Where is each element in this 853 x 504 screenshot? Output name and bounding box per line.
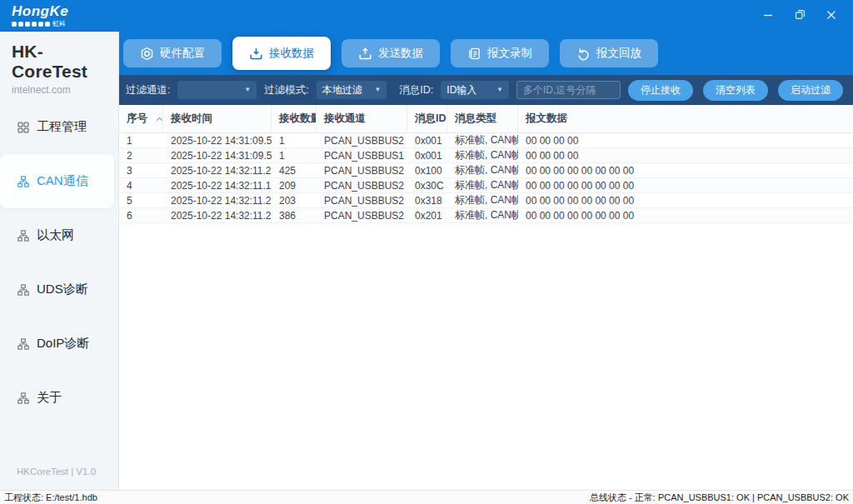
sidebar-item-about[interactable]: 关于 bbox=[0, 371, 118, 425]
bus-status-text: 总线状态 - 正常: PCAN_USBBUS1: OK | PCAN_USBBU… bbox=[590, 492, 849, 504]
cell-msg-type: 标准帧, CAN帧 bbox=[447, 193, 518, 207]
cell-msg-id: 0x318 bbox=[407, 195, 447, 207]
sidebar-item-label: CAN通信 bbox=[37, 173, 88, 189]
app-window: HongKe 虹科 HK-CoreTest intelnect.com bbox=[0, 0, 853, 504]
sidebar-item-uds-diagnosis[interactable]: UDS诊断 bbox=[0, 262, 118, 317]
cell-count: 386 bbox=[272, 210, 317, 222]
column-header-label: 接收数量 bbox=[279, 112, 317, 126]
sidebar-item-doip-diagnosis[interactable]: DoIP诊断 bbox=[0, 317, 118, 371]
sidebar-item-label: 工程管理 bbox=[37, 119, 87, 135]
sidebar-item-ethernet[interactable]: 以太网 bbox=[0, 208, 118, 262]
sidebar-item-label: DoIP诊断 bbox=[37, 336, 89, 352]
cell-msg-id: 0x001 bbox=[407, 135, 447, 147]
table-row[interactable]: 32025-10-22 14:32:11.274425PCAN_USBBUS20… bbox=[119, 163, 853, 178]
column-header-msg-id: 消息ID bbox=[407, 105, 447, 132]
column-header-channel: 接收通道 bbox=[317, 105, 407, 132]
cell-channel: PCAN_USBBUS2 bbox=[317, 135, 407, 147]
filter-channel-label: 过滤通道: bbox=[126, 83, 170, 97]
toolbar-button-label: 硬件配置 bbox=[160, 46, 205, 61]
cell-index: 4 bbox=[119, 180, 163, 192]
toolbar-button-label: 报文录制 bbox=[487, 46, 532, 61]
sort-asc-icon bbox=[156, 117, 163, 122]
send-data-button[interactable]: 发送数据 bbox=[342, 39, 440, 67]
minimize-icon bbox=[763, 10, 773, 22]
close-button[interactable] bbox=[820, 5, 843, 27]
cell-msg-type: 标准帧, CAN帧 bbox=[447, 148, 518, 162]
cell-channel: PCAN_USBBUS2 bbox=[317, 180, 407, 192]
minimize-button[interactable] bbox=[756, 5, 780, 27]
cell-payload: 00 00 00 00 00 00 00 00 bbox=[518, 180, 853, 192]
toolbar-button-label: 报文回放 bbox=[596, 46, 641, 61]
main-area: 硬件配置接收数据发送数据报文录制报文回放 过滤通道: ▼ 过滤模式: 本地过滤 … bbox=[119, 32, 853, 490]
message-id-mode-value: ID输入 bbox=[446, 83, 476, 97]
message-table: 序号接收时间接收数量接收通道消息ID消息类型报文数据 12025-10-22 1… bbox=[119, 105, 853, 490]
record-message-button[interactable]: 报文录制 bbox=[451, 39, 549, 67]
column-header-label: 消息ID bbox=[415, 112, 446, 126]
app-logo: HongKe 虹科 bbox=[12, 4, 68, 27]
replay-message-button[interactable]: 报文回放 bbox=[560, 39, 658, 67]
toolbar: 硬件配置接收数据发送数据报文录制报文回放 bbox=[119, 32, 853, 75]
column-header-label: 接收时间 bbox=[171, 112, 212, 126]
start-filter-button[interactable]: 启动过滤 bbox=[778, 80, 843, 101]
column-header-count: 接收数量 bbox=[272, 105, 317, 132]
toolbar-button-label: 接收数据 bbox=[269, 46, 314, 61]
cell-time: 2025-10-22 14:31:09.526 bbox=[163, 150, 272, 162]
cell-count: 203 bbox=[272, 195, 317, 207]
chevron-down-icon: ▼ bbox=[496, 87, 503, 93]
cell-channel: PCAN_USBBUS2 bbox=[317, 195, 407, 207]
toolbar-button-label: 发送数据 bbox=[378, 46, 423, 61]
column-header-msg-type: 消息类型 bbox=[447, 105, 518, 132]
filter-mode-label: 过滤模式: bbox=[264, 83, 308, 97]
cell-msg-id: 0x100 bbox=[407, 165, 447, 177]
cell-index: 3 bbox=[119, 165, 163, 177]
cell-time: 2025-10-22 14:32:11.274 bbox=[163, 165, 272, 177]
hierarchy-icon bbox=[17, 392, 29, 404]
app-body: HK-CoreTest intelnect.com 工程管理CAN通信以太网UD… bbox=[0, 32, 853, 490]
cell-msg-type: 标准帧, CAN帧 bbox=[447, 178, 518, 192]
filter-actions: 停止接收清空列表启动过滤 bbox=[628, 80, 843, 101]
cell-time: 2025-10-22 14:32:11.257 bbox=[163, 210, 272, 222]
clear-list-button[interactable]: 清空列表 bbox=[703, 80, 768, 101]
cell-index: 1 bbox=[119, 135, 163, 147]
table-row[interactable]: 22025-10-22 14:31:09.5261PCAN_USBBUS10x0… bbox=[119, 148, 853, 163]
filter-mode-select[interactable]: 本地过滤 ▼ bbox=[317, 81, 387, 99]
table-row[interactable]: 62025-10-22 14:32:11.257386PCAN_USBBUS20… bbox=[119, 208, 853, 223]
sidebar-item-can-communication[interactable]: CAN通信 bbox=[0, 154, 114, 208]
chevron-down-icon: ▼ bbox=[244, 87, 251, 93]
hierarchy-icon bbox=[17, 338, 29, 350]
cell-count: 1 bbox=[272, 150, 317, 162]
cell-msg-type: 标准帧, CAN帧 bbox=[447, 133, 518, 147]
cell-count: 209 bbox=[272, 180, 317, 192]
grid-icon bbox=[17, 122, 29, 133]
sidebar-item-project-management[interactable]: 工程管理 bbox=[0, 100, 118, 154]
titlebar: HongKe 虹科 bbox=[0, 0, 853, 32]
cell-count: 1 bbox=[272, 135, 317, 147]
table-row[interactable]: 42025-10-22 14:32:11.193209PCAN_USBBUS20… bbox=[119, 178, 853, 193]
restore-button[interactable] bbox=[788, 5, 811, 27]
hierarchy-icon bbox=[17, 230, 29, 242]
cell-time: 2025-10-22 14:32:11.265 bbox=[163, 195, 272, 207]
project-status-text: 工程状态: E:/test/1.hdb bbox=[4, 492, 97, 504]
stop-receive-button[interactable]: 停止接收 bbox=[628, 80, 693, 101]
table-row[interactable]: 12025-10-22 14:31:09.5041PCAN_USBBUS20x0… bbox=[119, 133, 853, 148]
message-id-label: 消息ID: bbox=[399, 83, 433, 97]
app-subtitle: intelnect.com bbox=[12, 84, 118, 96]
table-row[interactable]: 52025-10-22 14:32:11.265203PCAN_USBBUS20… bbox=[119, 193, 853, 208]
logo-cn-text: 虹科 bbox=[52, 21, 66, 27]
cell-msg-type: 标准帧, CAN帧 bbox=[447, 208, 518, 222]
receive-data-button[interactable]: 接收数据 bbox=[232, 37, 331, 70]
hardware-config-button[interactable]: 硬件配置 bbox=[123, 39, 222, 67]
close-icon bbox=[826, 10, 836, 22]
id-list-input[interactable] bbox=[516, 81, 621, 99]
cell-index: 2 bbox=[119, 150, 163, 162]
column-header-index[interactable]: 序号 bbox=[119, 105, 163, 132]
table-body: 12025-10-22 14:31:09.5041PCAN_USBBUS20x0… bbox=[119, 133, 853, 223]
filter-channel-select[interactable]: ▼ bbox=[177, 81, 257, 99]
message-id-mode-select[interactable]: ID输入 ▼ bbox=[441, 81, 509, 99]
cell-msg-type: 标准帧, CAN帧 bbox=[447, 163, 518, 177]
hexnut-icon bbox=[140, 47, 154, 61]
restore-icon bbox=[795, 9, 806, 22]
filterbar: 过滤通道: ▼ 过滤模式: 本地过滤 ▼ 消息ID: ID输入 ▼ 停止接收清空… bbox=[119, 75, 853, 105]
upload-tray-icon bbox=[358, 47, 372, 61]
logo-text: HongKe bbox=[12, 4, 68, 18]
